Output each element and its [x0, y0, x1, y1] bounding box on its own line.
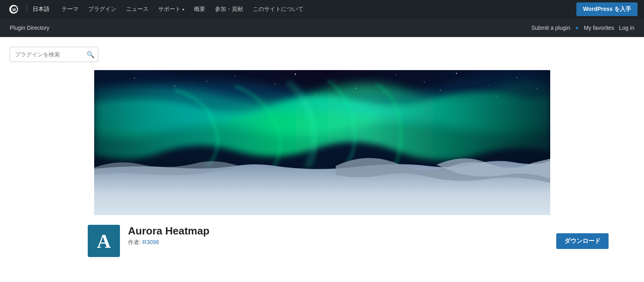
- plugin-icon: A: [88, 225, 120, 257]
- svg-point-9: [424, 82, 425, 83]
- aurora-background: [94, 70, 550, 215]
- main-content: 🔍: [0, 37, 644, 257]
- svg-point-1: [134, 78, 135, 79]
- nav-separator-dot: ●: [575, 24, 579, 31]
- submit-plugin-link[interactable]: Submit a plugin: [531, 25, 570, 31]
- get-wordpress-button[interactable]: WordPress を入手: [576, 2, 638, 16]
- svg-point-8: [396, 75, 396, 75]
- secondary-nav-right: Submit a plugin ● My favorites Log in: [531, 24, 634, 31]
- my-favorites-link[interactable]: My favorites: [584, 25, 614, 31]
- nav-divider: [27, 5, 27, 13]
- svg-point-5: [295, 74, 296, 75]
- support-dropdown-arrow: ▾: [182, 7, 184, 12]
- plugin-directory-link[interactable]: Plugin Directory: [10, 25, 50, 31]
- svg-point-4: [275, 84, 276, 85]
- nav-link-support[interactable]: サポート ▾: [154, 3, 188, 15]
- nav-link-contribute[interactable]: 参加・貢献: [211, 3, 247, 15]
- svg-point-10: [456, 73, 457, 74]
- plugin-info-row: A Aurora Heatmap 作者: R3098 ダウンロード: [78, 225, 634, 257]
- top-navigation: 日本語 テーマ プラグイン ニュース サポート ▾ 概要 参加・貢献 このサイト…: [0, 0, 644, 19]
- login-link[interactable]: Log in: [619, 25, 634, 31]
- svg-point-3: [235, 76, 235, 77]
- svg-point-6: [335, 80, 336, 81]
- nav-link-themes[interactable]: テーマ: [58, 3, 83, 15]
- download-button[interactable]: ダウンロード: [556, 233, 609, 249]
- nav-language: 日本語: [33, 6, 50, 13]
- search-input[interactable]: [15, 51, 87, 58]
- plugin-name: Aurora Heatmap: [128, 225, 548, 237]
- nav-link-news[interactable]: ニュース: [122, 3, 153, 15]
- nav-link-plugins[interactable]: プラグイン: [84, 3, 120, 15]
- search-bar: 🔍: [10, 47, 98, 62]
- nav-link-about-site[interactable]: このサイトについて: [249, 3, 308, 15]
- search-icon[interactable]: 🔍: [87, 51, 95, 58]
- wordpress-logo-icon: [8, 4, 19, 15]
- nav-link-about[interactable]: 概要: [190, 3, 209, 15]
- plugin-details: Aurora Heatmap 作者: R3098: [128, 225, 548, 246]
- aurora-svg-overlay: [94, 70, 550, 215]
- secondary-navigation: Plugin Directory Submit a plugin ● My fa…: [0, 19, 644, 37]
- plugin-author: 作者: R3098: [128, 239, 548, 246]
- nav-links-group: テーマ プラグイン ニュース サポート ▾ 概要 参加・貢献 このサイトについて: [58, 3, 576, 15]
- hero-image: [94, 70, 550, 215]
- plugin-author-link[interactable]: R3098: [142, 239, 159, 245]
- wordpress-logo[interactable]: [6, 2, 21, 17]
